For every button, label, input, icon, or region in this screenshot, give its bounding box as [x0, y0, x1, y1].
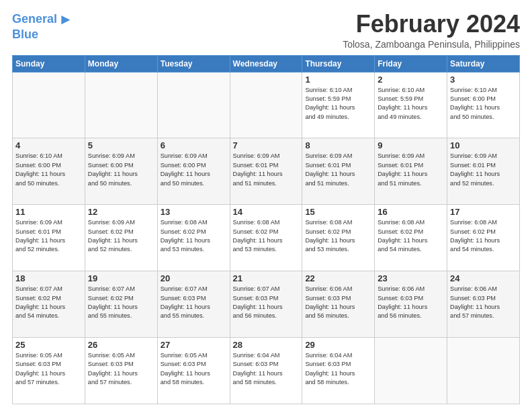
calendar-cell: 10Sunrise: 6:09 AMSunset: 6:01 PMDayligh…	[447, 138, 520, 205]
day-number: 17	[450, 207, 517, 217]
day-info: Sunrise: 6:09 AMSunset: 6:01 PMDaylight:…	[450, 152, 517, 187]
calendar-cell: 15Sunrise: 6:08 AMSunset: 6:02 PMDayligh…	[302, 205, 375, 271]
day-number: 16	[378, 207, 444, 217]
day-number: 23	[378, 273, 444, 283]
day-number: 5	[88, 140, 154, 150]
calendar-cell: 13Sunrise: 6:08 AMSunset: 6:02 PMDayligh…	[157, 205, 230, 271]
calendar-cell: 27Sunrise: 6:05 AMSunset: 6:03 PMDayligh…	[157, 338, 230, 404]
calendar-cell: 28Sunrise: 6:04 AMSunset: 6:03 PMDayligh…	[230, 338, 302, 404]
calendar-cell: 23Sunrise: 6:06 AMSunset: 6:03 PMDayligh…	[375, 271, 447, 338]
day-info: Sunrise: 6:07 AMSunset: 6:03 PMDaylight:…	[161, 285, 227, 320]
week-row-1: 1Sunrise: 6:10 AMSunset: 5:59 PMDaylight…	[13, 72, 520, 138]
day-number: 25	[15, 340, 82, 350]
header: General ► Blue February 2024 Tolosa, Zam…	[12, 11, 520, 50]
day-info: Sunrise: 6:09 AMSunset: 6:00 PMDaylight:…	[88, 152, 154, 187]
logo-general: General	[12, 12, 57, 26]
day-number: 28	[233, 340, 300, 350]
day-info: Sunrise: 6:10 AMSunset: 5:59 PMDaylight:…	[305, 86, 371, 122]
day-info: Sunrise: 6:08 AMSunset: 6:02 PMDaylight:…	[378, 218, 444, 254]
day-number: 10	[450, 140, 517, 150]
calendar-cell: 29Sunrise: 6:04 AMSunset: 6:03 PMDayligh…	[302, 338, 375, 404]
day-number: 11	[15, 207, 82, 217]
day-info: Sunrise: 6:10 AMSunset: 5:59 PMDaylight:…	[378, 86, 444, 122]
day-number: 8	[305, 140, 371, 150]
day-number: 18	[15, 273, 82, 283]
day-number: 15	[305, 207, 371, 217]
calendar-cell: 21Sunrise: 6:07 AMSunset: 6:03 PMDayligh…	[230, 271, 302, 338]
day-number: 20	[161, 273, 227, 283]
day-info: Sunrise: 6:05 AMSunset: 6:03 PMDaylight:…	[161, 351, 227, 387]
day-number: 9	[378, 140, 444, 150]
logo-blue: Blue	[12, 28, 38, 42]
day-info: Sunrise: 6:08 AMSunset: 6:02 PMDaylight:…	[233, 218, 300, 254]
day-info: Sunrise: 6:06 AMSunset: 6:03 PMDaylight:…	[305, 285, 371, 320]
day-info: Sunrise: 6:08 AMSunset: 6:02 PMDaylight:…	[305, 218, 371, 254]
col-header-saturday: Saturday	[447, 55, 520, 72]
calendar-cell: 26Sunrise: 6:05 AMSunset: 6:03 PMDayligh…	[85, 338, 157, 404]
day-info: Sunrise: 6:07 AMSunset: 6:02 PMDaylight:…	[15, 285, 82, 320]
day-number: 27	[161, 340, 227, 350]
week-row-2: 4Sunrise: 6:10 AMSunset: 6:00 PMDaylight…	[13, 138, 520, 205]
day-number: 13	[161, 207, 227, 217]
calendar-header-row: SundayMondayTuesdayWednesdayThursdayFrid…	[13, 55, 520, 72]
calendar-cell: 18Sunrise: 6:07 AMSunset: 6:02 PMDayligh…	[13, 271, 85, 338]
calendar-cell	[157, 72, 230, 138]
day-number: 21	[233, 273, 300, 283]
week-row-4: 18Sunrise: 6:07 AMSunset: 6:02 PMDayligh…	[13, 271, 520, 338]
calendar-cell: 8Sunrise: 6:09 AMSunset: 6:01 PMDaylight…	[302, 138, 375, 205]
day-number: 19	[88, 273, 154, 283]
col-header-sunday: Sunday	[13, 55, 85, 72]
day-number: 7	[233, 140, 300, 150]
day-number: 1	[305, 75, 371, 85]
title-block: February 2024 Tolosa, Zamboanga Peninsul…	[343, 11, 520, 50]
day-number: 3	[450, 75, 517, 85]
calendar-cell: 11Sunrise: 6:09 AMSunset: 6:01 PMDayligh…	[13, 205, 85, 271]
calendar-cell: 25Sunrise: 6:05 AMSunset: 6:03 PMDayligh…	[13, 338, 85, 404]
calendar-cell: 1Sunrise: 6:10 AMSunset: 5:59 PMDaylight…	[302, 72, 375, 138]
calendar-cell: 19Sunrise: 6:07 AMSunset: 6:02 PMDayligh…	[85, 271, 157, 338]
day-info: Sunrise: 6:10 AMSunset: 6:00 PMDaylight:…	[450, 86, 517, 122]
calendar-cell: 2Sunrise: 6:10 AMSunset: 5:59 PMDaylight…	[375, 72, 447, 138]
day-info: Sunrise: 6:09 AMSunset: 6:01 PMDaylight:…	[15, 218, 82, 254]
calendar-cell	[13, 72, 85, 138]
day-info: Sunrise: 6:09 AMSunset: 6:01 PMDaylight:…	[233, 152, 300, 187]
calendar-cell: 20Sunrise: 6:07 AMSunset: 6:03 PMDayligh…	[157, 271, 230, 338]
calendar: SundayMondayTuesdayWednesdayThursdayFrid…	[12, 55, 520, 404]
day-number: 24	[450, 273, 517, 283]
day-number: 4	[15, 140, 82, 150]
calendar-cell: 6Sunrise: 6:09 AMSunset: 6:00 PMDaylight…	[157, 138, 230, 205]
day-info: Sunrise: 6:04 AMSunset: 6:03 PMDaylight:…	[305, 351, 371, 387]
day-info: Sunrise: 6:05 AMSunset: 6:03 PMDaylight:…	[88, 351, 154, 387]
calendar-cell	[375, 338, 447, 404]
calendar-cell: 9Sunrise: 6:09 AMSunset: 6:01 PMDaylight…	[375, 138, 447, 205]
calendar-cell: 3Sunrise: 6:10 AMSunset: 6:00 PMDaylight…	[447, 72, 520, 138]
month-title: February 2024	[343, 11, 520, 38]
logo-text: General	[12, 13, 57, 26]
day-number: 29	[305, 340, 371, 350]
day-info: Sunrise: 6:05 AMSunset: 6:03 PMDaylight:…	[15, 351, 82, 387]
day-number: 14	[233, 207, 300, 217]
calendar-cell: 5Sunrise: 6:09 AMSunset: 6:00 PMDaylight…	[85, 138, 157, 205]
col-header-friday: Friday	[375, 55, 447, 72]
calendar-cell: 24Sunrise: 6:06 AMSunset: 6:03 PMDayligh…	[447, 271, 520, 338]
day-number: 12	[88, 207, 154, 217]
day-number: 26	[88, 340, 154, 350]
day-number: 2	[378, 75, 444, 85]
day-info: Sunrise: 6:07 AMSunset: 6:02 PMDaylight:…	[88, 285, 154, 320]
day-info: Sunrise: 6:09 AMSunset: 6:01 PMDaylight:…	[305, 152, 371, 187]
day-info: Sunrise: 6:06 AMSunset: 6:03 PMDaylight:…	[378, 285, 444, 320]
day-info: Sunrise: 6:04 AMSunset: 6:03 PMDaylight:…	[233, 351, 300, 387]
page: General ► Blue February 2024 Tolosa, Zam…	[0, 0, 532, 411]
calendar-cell: 7Sunrise: 6:09 AMSunset: 6:01 PMDaylight…	[230, 138, 302, 205]
calendar-cell: 22Sunrise: 6:06 AMSunset: 6:03 PMDayligh…	[302, 271, 375, 338]
week-row-3: 11Sunrise: 6:09 AMSunset: 6:01 PMDayligh…	[13, 205, 520, 271]
location: Tolosa, Zamboanga Peninsula, Philippines	[343, 39, 520, 50]
col-header-thursday: Thursday	[302, 55, 375, 72]
day-info: Sunrise: 6:07 AMSunset: 6:03 PMDaylight:…	[233, 285, 300, 320]
day-info: Sunrise: 6:09 AMSunset: 6:02 PMDaylight:…	[88, 218, 154, 254]
calendar-cell: 16Sunrise: 6:08 AMSunset: 6:02 PMDayligh…	[375, 205, 447, 271]
calendar-cell: 4Sunrise: 6:10 AMSunset: 6:00 PMDaylight…	[13, 138, 85, 205]
day-info: Sunrise: 6:08 AMSunset: 6:02 PMDaylight:…	[161, 218, 227, 254]
col-header-wednesday: Wednesday	[230, 55, 302, 72]
calendar-cell: 12Sunrise: 6:09 AMSunset: 6:02 PMDayligh…	[85, 205, 157, 271]
